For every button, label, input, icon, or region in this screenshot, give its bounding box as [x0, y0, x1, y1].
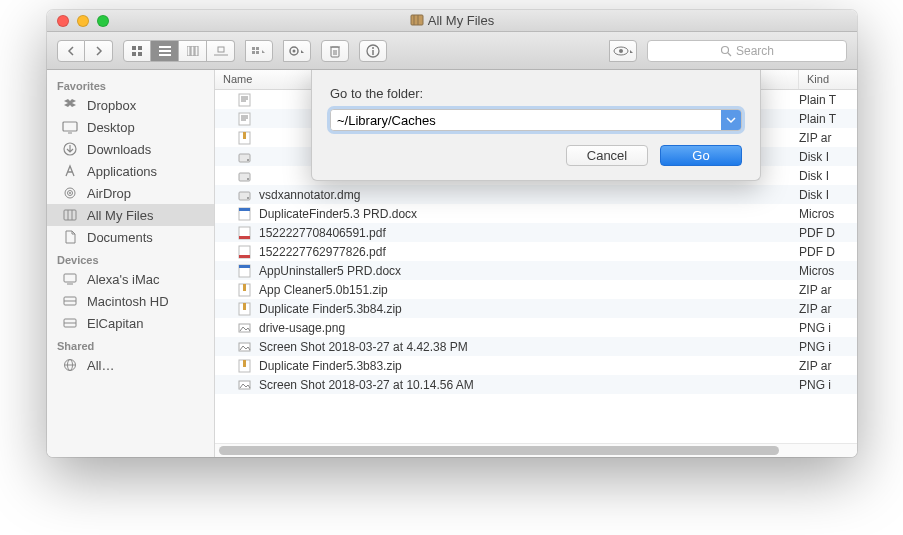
sidebar-item-all-shared[interactable]: All…: [47, 354, 214, 376]
info-button[interactable]: [359, 40, 387, 62]
file-kind: ZIP ar: [799, 359, 857, 373]
file-icon: [235, 150, 253, 164]
quicklook-button[interactable]: [609, 40, 637, 62]
svg-rect-18: [256, 51, 259, 54]
file-icon: [235, 302, 253, 316]
svg-point-20: [293, 49, 296, 52]
file-icon: [235, 169, 253, 183]
action-group: [283, 40, 311, 62]
sidebar-item-dropbox[interactable]: Dropbox: [47, 94, 214, 116]
svg-point-65: [247, 197, 249, 199]
finder-window: All My Files Search: [47, 10, 857, 457]
file-row[interactable]: Screen Shot 2018-03-27 at 4.42.38 PMPNG …: [215, 337, 857, 356]
toolbar: Search: [47, 32, 857, 70]
file-row[interactable]: AppUninstaller5 PRD.docxMicros: [215, 261, 857, 280]
disk-icon: [61, 293, 79, 309]
file-row[interactable]: DuplicateFinder5.3 PRD.docxMicros: [215, 204, 857, 223]
file-icon: [235, 207, 253, 221]
trash-button[interactable]: [321, 40, 349, 62]
file-kind: PDF D: [799, 226, 857, 240]
sidebar-item-documents[interactable]: Documents: [47, 226, 214, 248]
file-icon: [235, 245, 253, 259]
file-row[interactable]: drive-usage.pngPNG i: [215, 318, 857, 337]
sidebar-item-alexas-imac[interactable]: Alexa's iMac: [47, 268, 214, 290]
back-button[interactable]: [57, 40, 85, 62]
arrange-button[interactable]: [245, 40, 273, 62]
file-name: DuplicateFinder5.3 PRD.docx: [259, 207, 799, 221]
file-name: drive-usage.png: [259, 321, 799, 335]
sidebar-item-airdrop[interactable]: AirDrop: [47, 182, 214, 204]
desktop-icon: [61, 119, 79, 135]
coverflow-view-button[interactable]: [207, 40, 235, 62]
sidebar-item-label: Macintosh HD: [87, 294, 169, 309]
file-icon: [235, 340, 253, 354]
file-name: App Cleaner5.0b151.zip: [259, 283, 799, 297]
icon-view-button[interactable]: [123, 40, 151, 62]
file-kind: PNG i: [799, 321, 857, 335]
sidebar-item-applications[interactable]: Applications: [47, 160, 214, 182]
go-button[interactable]: Go: [660, 145, 742, 166]
horizontal-scrollbar[interactable]: [215, 443, 857, 457]
downloads-icon: [61, 141, 79, 157]
sidebar-item-label: Desktop: [87, 120, 135, 135]
svg-rect-10: [187, 46, 190, 56]
arrange-group: [245, 40, 273, 62]
file-name: Duplicate Finder5.3b84.zip: [259, 302, 799, 316]
cancel-button[interactable]: Cancel: [566, 145, 648, 166]
file-row[interactable]: App Cleaner5.0b151.zipZIP ar: [215, 280, 857, 299]
sidebar-item-label: ElCapitan: [87, 316, 143, 331]
file-name: AppUninstaller5 PRD.docx: [259, 264, 799, 278]
svg-point-29: [619, 49, 623, 53]
svg-rect-21: [331, 47, 339, 57]
file-row[interactable]: Duplicate Finder5.3b83.zipZIP ar: [215, 356, 857, 375]
main-area: Name Kind Plain TPlain TZIP arDisk IDisk…: [215, 70, 857, 457]
documents-icon: [61, 229, 79, 245]
file-row[interactable]: Duplicate Finder5.3b84.zipZIP ar: [215, 299, 857, 318]
file-kind: Plain T: [799, 93, 857, 107]
svg-rect-17: [252, 51, 255, 54]
window-title: All My Files: [47, 13, 857, 28]
sidebar-item-allmyfiles[interactable]: All My Files: [47, 204, 214, 226]
search-field[interactable]: Search: [647, 40, 847, 62]
list-view-button[interactable]: [151, 40, 179, 62]
search-icon: [720, 45, 732, 57]
file-row[interactable]: vsdxannotator.dmgDisk I: [215, 185, 857, 204]
file-name: Duplicate Finder5.3b83.zip: [259, 359, 799, 373]
file-icon: [235, 188, 253, 202]
sidebar-item-elcapitan[interactable]: ElCapitan: [47, 312, 214, 334]
column-view-button[interactable]: [179, 40, 207, 62]
svg-rect-5: [132, 52, 136, 56]
sidebar-item-label: All…: [87, 358, 114, 373]
svg-point-30: [721, 46, 728, 53]
action-button[interactable]: [283, 40, 311, 62]
sidebar-item-label: Dropbox: [87, 98, 136, 113]
file-row[interactable]: 1522227762977826.pdfPDF D: [215, 242, 857, 261]
allfiles-icon: [61, 207, 79, 223]
sidebar-item-label: All My Files: [87, 208, 153, 223]
dropbox-icon: [61, 97, 79, 113]
sidebar-item-label: Downloads: [87, 142, 151, 157]
sidebar-item-label: AirDrop: [87, 186, 131, 201]
file-icon: [235, 378, 253, 392]
combo-dropdown-button[interactable]: [721, 110, 741, 130]
file-kind: Disk I: [799, 188, 857, 202]
sidebar-section-header: Favorites: [47, 74, 214, 94]
sidebar-item-mac-hd[interactable]: Macintosh HD: [47, 290, 214, 312]
file-row[interactable]: 1522227708406591.pdfPDF D: [215, 223, 857, 242]
file-row[interactable]: Screen Shot 2018-03-27 at 10.14.56 AMPNG…: [215, 375, 857, 394]
sidebar-section-header: Devices: [47, 248, 214, 268]
file-kind: PDF D: [799, 245, 857, 259]
folder-path-combo[interactable]: [330, 109, 742, 131]
scroll-thumb[interactable]: [219, 446, 779, 455]
file-icon: [235, 321, 253, 335]
column-kind[interactable]: Kind: [799, 70, 857, 89]
forward-button[interactable]: [85, 40, 113, 62]
svg-rect-41: [64, 274, 76, 282]
sidebar-item-desktop[interactable]: Desktop: [47, 116, 214, 138]
file-kind: ZIP ar: [799, 302, 857, 316]
view-buttons: [123, 40, 235, 62]
goto-folder-dialog: Go to the folder: Cancel Go: [311, 70, 761, 181]
svg-rect-69: [239, 236, 250, 239]
folder-path-input[interactable]: [331, 110, 721, 130]
sidebar-item-downloads[interactable]: Downloads: [47, 138, 214, 160]
